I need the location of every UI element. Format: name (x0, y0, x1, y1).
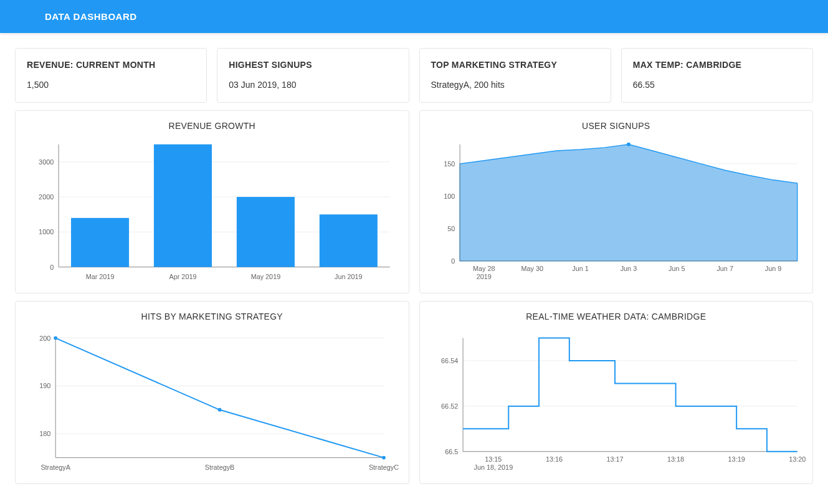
svg-point-49 (382, 456, 386, 460)
stat-title: MAX TEMP: CAMBRIDGE (633, 60, 801, 70)
app-header: DATA DASHBOARD (0, 0, 828, 33)
svg-text:StrategyB: StrategyB (205, 464, 235, 471)
svg-rect-16 (320, 214, 378, 267)
stat-card-marketing: TOP MARKETING STRATEGY StrategyA, 200 hi… (419, 48, 611, 103)
marketing-line-chart: 180190200StrategyAStrategyBStrategyC (22, 328, 402, 477)
stat-value: 03 Jun 2019, 180 (229, 80, 397, 90)
svg-rect-12 (154, 145, 212, 267)
svg-text:66.54: 66.54 (441, 357, 458, 364)
chart-row-2: HITS BY MARKETING STRATEGY 180190200Stra… (15, 301, 813, 484)
weather-line-chart: 66.566.5266.5413:1513:1613:1713:1813:191… (426, 328, 807, 477)
chart-title: REAL-TIME WEATHER DATA: CAMBRIDGE (426, 311, 807, 321)
svg-text:Jun 1: Jun 1 (572, 265, 589, 272)
svg-text:0: 0 (451, 257, 455, 265)
svg-text:May 28: May 28 (473, 265, 495, 272)
chart-card-marketing: HITS BY MARKETING STRATEGY 180190200Stra… (15, 301, 409, 484)
stat-title: TOP MARKETING STRATEGY (431, 60, 599, 70)
svg-text:1000: 1000 (39, 228, 54, 235)
svg-text:2019: 2019 (476, 273, 491, 280)
svg-text:May 30: May 30 (521, 265, 543, 272)
svg-text:Jun 18, 2019: Jun 18, 2019 (473, 464, 513, 471)
stat-value: StrategyA, 200 hits (431, 80, 599, 90)
svg-text:66.5: 66.5 (445, 448, 458, 455)
svg-text:190: 190 (39, 382, 50, 389)
stat-row: REVENUE: CURRENT MONTH 1,500 HIGHEST SIG… (15, 48, 813, 103)
svg-text:66.52: 66.52 (441, 402, 458, 410)
revenue-bar-chart: 0100020003000Mar 2019Apr 2019May 2019Jun… (22, 137, 402, 287)
svg-point-47 (218, 408, 222, 412)
svg-text:180: 180 (39, 430, 50, 437)
app-title: DATA DASHBOARD (45, 11, 137, 22)
svg-text:0: 0 (50, 264, 54, 271)
svg-text:100: 100 (444, 193, 455, 200)
stat-title: REVENUE: CURRENT MONTH (27, 60, 195, 70)
chart-row-1: REVENUE GROWTH 0100020003000Mar 2019Apr … (15, 110, 813, 293)
chart-card-weather: REAL-TIME WEATHER DATA: CAMBRIDGE 66.566… (419, 301, 814, 484)
chart-title: USER SIGNUPS (426, 121, 807, 131)
svg-text:13:17: 13:17 (606, 455, 623, 463)
svg-text:Mar 2019: Mar 2019 (86, 273, 115, 280)
stat-card-signups: HIGHEST SIGNUPS 03 Jun 2019, 180 (217, 48, 409, 103)
svg-point-45 (54, 336, 57, 340)
svg-text:Jun 3: Jun 3 (620, 265, 637, 272)
svg-text:StrategyA: StrategyA (40, 464, 70, 471)
stat-title: HIGHEST SIGNUPS (229, 60, 397, 70)
svg-text:13:15: 13:15 (485, 455, 502, 463)
stat-card-temp: MAX TEMP: CAMBRIDGE 66.55 (621, 48, 813, 103)
chart-title: HITS BY MARKETING STRATEGY (22, 311, 402, 321)
svg-point-26 (626, 143, 630, 146)
svg-text:Jun 2019: Jun 2019 (335, 273, 363, 280)
svg-text:3000: 3000 (39, 158, 54, 166)
svg-text:2000: 2000 (39, 193, 54, 201)
svg-text:Apr 2019: Apr 2019 (169, 273, 197, 280)
chart-card-signups: USER SIGNUPS 050100150May 28May 30Jun 1J… (419, 110, 814, 293)
svg-text:May 2019: May 2019 (251, 273, 281, 280)
signups-area-chart: 050100150May 28May 30Jun 1Jun 3Jun 5Jun … (426, 137, 807, 287)
svg-text:13:18: 13:18 (667, 455, 684, 463)
svg-text:Jun 5: Jun 5 (669, 265, 685, 272)
svg-text:150: 150 (444, 160, 455, 168)
svg-text:StrategyC: StrategyC (369, 464, 399, 471)
stat-card-revenue: REVENUE: CURRENT MONTH 1,500 (15, 48, 207, 103)
svg-text:13:19: 13:19 (728, 455, 745, 463)
stat-value: 66.55 (633, 80, 801, 90)
chart-title: REVENUE GROWTH (22, 121, 402, 131)
stat-value: 1,500 (27, 80, 195, 90)
svg-text:13:20: 13:20 (789, 455, 806, 463)
svg-text:200: 200 (39, 335, 50, 342)
svg-rect-14 (237, 197, 295, 267)
svg-text:Jun 9: Jun 9 (764, 265, 781, 272)
svg-text:13:16: 13:16 (545, 455, 562, 463)
chart-card-revenue: REVENUE GROWTH 0100020003000Mar 2019Apr … (15, 110, 409, 293)
svg-rect-10 (71, 218, 129, 267)
svg-text:50: 50 (447, 225, 455, 232)
dashboard-container: REVENUE: CURRENT MONTH 1,500 HIGHEST SIG… (0, 33, 828, 504)
svg-text:Jun 7: Jun 7 (716, 265, 733, 272)
